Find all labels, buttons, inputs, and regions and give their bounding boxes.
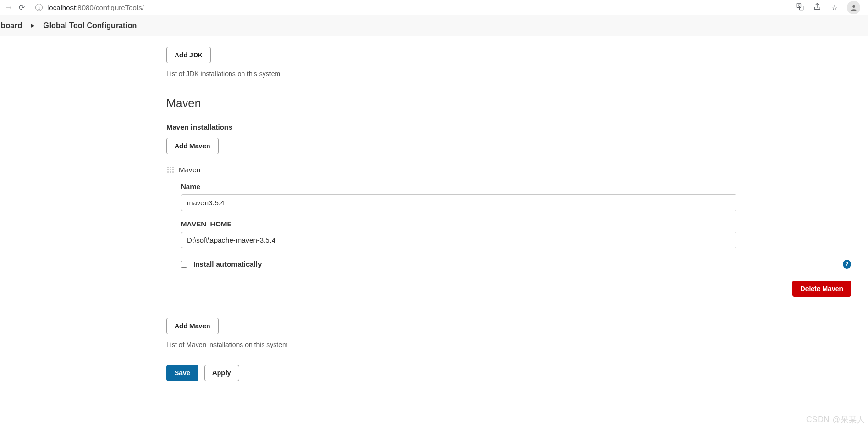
delete-row: Delete Maven [181,281,851,297]
breadcrumb-dashboard[interactable]: nboard [0,22,31,30]
install-auto-row: Install automatically ? [181,260,851,268]
add-maven-button-bottom[interactable]: Add Maven [166,318,219,334]
chevron-right-icon: ▶ [31,22,34,29]
profile-avatar-icon[interactable] [847,1,860,14]
svg-point-2 [852,5,855,7]
maven-install-block: Maven Name MAVEN_HOME Install automatica… [167,166,851,297]
maven-install-title: Maven [179,166,200,174]
maven-fields: Name MAVEN_HOME Install automatically ? … [181,182,851,297]
url-port: :8080 [76,3,94,11]
help-icon[interactable]: ? [843,260,851,269]
url-path: /configureTools/ [94,3,144,11]
maven-home-input[interactable] [181,232,736,248]
add-jdk-button[interactable]: Add JDK [166,47,211,63]
install-auto-label: Install automatically [193,260,262,268]
drag-handle-icon[interactable] [167,167,174,173]
maven-section-title: Maven [166,97,851,113]
save-button[interactable]: Save [166,365,198,381]
browser-actions: ☆ [795,1,864,14]
maven-install-header: Maven [167,166,851,174]
maven-home-label: MAVEN_HOME [181,220,851,228]
breadcrumb-global-tool[interactable]: Global Tool Configuration [34,22,145,30]
svg-rect-1 [800,6,803,10]
main-content: Add JDK List of JDK installations on thi… [148,36,868,427]
page-layout: Add JDK List of JDK installations on thi… [0,36,868,427]
maven-name-input[interactable] [181,194,736,211]
forward-arrow-icon: → [4,2,13,12]
site-info-icon[interactable]: i [35,4,43,11]
url-host: localhost [47,3,76,11]
bookmark-star-icon[interactable]: ☆ [830,3,839,12]
reload-icon[interactable]: ⟳ [16,3,27,12]
add-maven-row-bottom: Add Maven [166,318,851,334]
jdk-helper-text: List of JDK installations on this system [166,70,851,78]
browser-toolbar: → ⟳ i localhost:8080/configureTools/ ☆ [0,0,868,15]
maven-installations-label: Maven installations [166,123,851,131]
address-bar[interactable]: i localhost:8080/configureTools/ [35,3,795,11]
install-auto-checkbox[interactable] [181,261,187,268]
watermark-text: CSDN @呆某人 [806,415,865,425]
translate-icon[interactable] [795,2,805,13]
maven-helper-text: List of Maven installations on this syst… [166,341,851,348]
add-maven-button-top[interactable]: Add Maven [166,138,219,154]
action-buttons: Save Apply [166,365,851,381]
breadcrumb-bar: nboard ▶ Global Tool Configuration [0,15,868,36]
maven-name-label: Name [181,182,851,191]
share-icon[interactable] [813,2,822,13]
apply-button[interactable]: Apply [204,365,239,381]
delete-maven-button[interactable]: Delete Maven [792,281,851,297]
sidebar [0,36,148,427]
